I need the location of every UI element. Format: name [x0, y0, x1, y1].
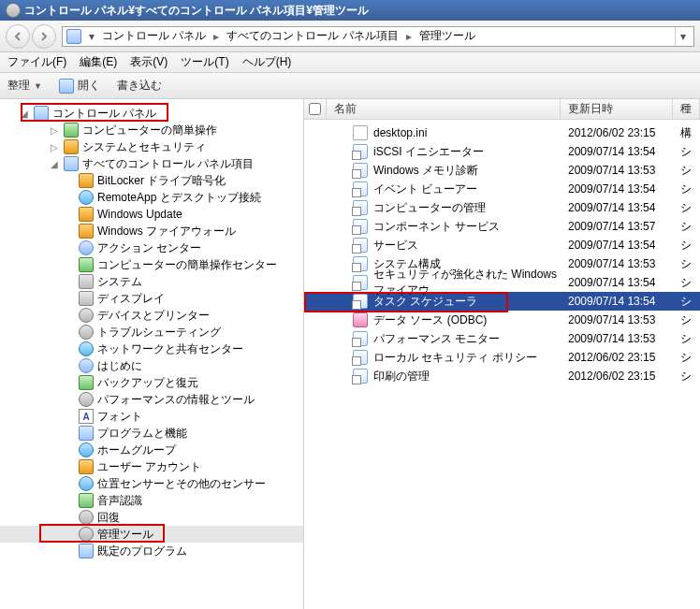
tree-item[interactable]: Aフォント — [0, 408, 303, 425]
breadcrumb-2[interactable]: すべてのコントロール パネル項目 — [226, 28, 398, 44]
row-date-cell: 2009/07/14 13:54 — [561, 239, 673, 252]
row-date-cell: 2012/06/02 23:15 — [561, 351, 673, 364]
expander-icon[interactable]: ▷ — [49, 125, 60, 136]
breadcrumb-1[interactable]: コントロール パネル — [102, 28, 206, 44]
row-name-cell: パフォーマンス モニター — [327, 331, 561, 347]
menu-edit[interactable]: 編集(E) — [80, 54, 117, 70]
tree-item[interactable]: アクション センター — [0, 239, 303, 256]
tree-item-label: ユーザー アカウント — [97, 459, 201, 475]
file-row[interactable]: コンピューターの管理2009/07/14 13:54シ — [304, 198, 700, 217]
tree-item[interactable]: 既定のプログラム — [0, 543, 303, 559]
file-name: 印刷の管理 — [373, 369, 430, 384]
row-date-cell: 2009/07/14 13:53 — [561, 313, 673, 326]
tree-item[interactable]: コンピューターの簡単操作センター — [0, 256, 303, 273]
file-row[interactable]: コンポーネント サービス2009/07/14 13:57シ — [304, 217, 700, 236]
tree-item[interactable]: はじめに — [0, 357, 303, 374]
file-row[interactable]: データ ソース (ODBC)2009/07/14 13:53シ — [304, 311, 700, 329]
tree-item[interactable]: ▷コンピューターの簡単操作 — [0, 122, 303, 138]
file-row[interactable]: Windows メモリ診断2009/07/14 13:53シ — [304, 161, 700, 180]
tree-item-label: 既定のプログラム — [97, 544, 187, 559]
file-name: Windows メモリ診断 — [373, 163, 478, 179]
tree-item-icon — [79, 510, 94, 525]
column-type[interactable]: 種 — [673, 99, 700, 119]
forward-button[interactable] — [32, 24, 56, 49]
burn-button[interactable]: 書き込む — [117, 78, 162, 94]
tree-item-icon — [79, 375, 94, 390]
tree-item-icon — [64, 123, 79, 138]
tree-item[interactable]: ユーザー アカウント — [0, 458, 303, 475]
tree-root[interactable]: ◢ コントロール パネル — [0, 105, 303, 122]
file-name: コンポーネント サービス — [373, 219, 500, 235]
tree-item[interactable]: 音声認識 — [0, 492, 303, 509]
file-row[interactable]: パフォーマンス モニター2009/07/14 13:53シ — [304, 329, 700, 348]
file-icon — [353, 256, 368, 271]
file-icon — [353, 350, 368, 365]
tree-item[interactable]: BitLocker ドライブ暗号化 — [0, 172, 303, 189]
tree-item[interactable]: 管理ツール — [0, 526, 303, 543]
tree-item[interactable]: パフォーマンスの情報とツール — [0, 391, 303, 408]
open-button[interactable]: 開く — [59, 78, 100, 94]
tree-item[interactable]: バックアップと復元 — [0, 374, 303, 391]
file-icon — [353, 219, 368, 234]
row-name-cell: iSCSI イニシエーター — [327, 144, 561, 160]
expander-icon[interactable]: ▷ — [49, 142, 60, 152]
column-name[interactable]: 名前 — [327, 99, 561, 119]
file-row[interactable]: desktop.ini2012/06/02 23:15構 — [304, 123, 700, 142]
file-row[interactable]: セキュリティが強化された Windows ファイアウ...2009/07/14 … — [304, 273, 700, 292]
tree-item[interactable]: Windows Update — [0, 206, 303, 223]
file-row[interactable]: ローカル セキュリティ ポリシー2012/06/02 23:15シ — [304, 348, 700, 367]
tree-item[interactable]: ネットワークと共有センター — [0, 341, 303, 357]
tree-item[interactable]: トラブルシューティング — [0, 324, 303, 341]
breadcrumb-3[interactable]: 管理ツール — [419, 28, 475, 44]
tree-item[interactable]: ▷システムとセキュリティ — [0, 138, 303, 155]
file-name: コンピューターの管理 — [373, 200, 486, 216]
tree-item[interactable]: ディスプレイ — [0, 290, 303, 307]
open-icon — [59, 79, 74, 94]
tree-item-icon — [79, 173, 94, 188]
tree-item[interactable]: プログラムと機能 — [0, 425, 303, 442]
window-title: コントロール パネル¥すべてのコントロール パネル項目¥管理ツール — [24, 3, 369, 19]
file-row[interactable]: タスク スケジューラ2009/07/14 13:54シ — [304, 292, 700, 311]
tree-item[interactable]: RemoteApp とデスクトップ接続 — [0, 189, 303, 206]
row-type-cell: シ — [673, 144, 700, 160]
tree-item[interactable]: デバイスとプリンター — [0, 307, 303, 324]
menu-tools[interactable]: ツール(T) — [181, 54, 228, 70]
file-row[interactable]: イベント ビューアー2009/07/14 13:54シ — [304, 180, 700, 198]
expander-icon[interactable]: ◢ — [49, 159, 60, 169]
menu-view[interactable]: 表示(V) — [130, 54, 168, 70]
breadcrumb-sep: ▸ — [213, 30, 219, 43]
row-type-cell: シ — [673, 331, 700, 347]
column-headers: 名前 更新日時 種 — [304, 99, 700, 120]
row-name-cell: 印刷の管理 — [327, 369, 561, 384]
expander-icon[interactable]: ◢ — [19, 109, 30, 119]
app-icon — [6, 3, 21, 18]
row-name-cell: サービス — [327, 238, 561, 254]
row-type-cell: シ — [673, 369, 700, 384]
menu-file[interactable]: ファイル(F) — [7, 54, 66, 70]
navigation-tree[interactable]: ◢ コントロール パネル ▷コンピューターの簡単操作▷システムとセキュリティ◢す… — [0, 99, 304, 609]
select-all-checkbox[interactable] — [309, 103, 321, 115]
file-row[interactable]: サービス2009/07/14 13:54シ — [304, 236, 700, 254]
tree-item-icon — [79, 224, 94, 239]
tree-item-label: 回復 — [97, 510, 120, 526]
file-row[interactable]: iSCSI イニシエーター2009/07/14 13:54シ — [304, 142, 700, 161]
tree-item[interactable]: Windows ファイアウォール — [0, 223, 303, 239]
row-date-cell: 2009/07/14 13:57 — [561, 220, 673, 233]
file-name: サービス — [373, 238, 418, 254]
window-titlebar: コントロール パネル¥すべてのコントロール パネル項目¥管理ツール — [0, 0, 700, 21]
tree-item-label: はじめに — [97, 358, 142, 374]
tree-item[interactable]: 位置センサーとその他のセンサー — [0, 475, 303, 492]
tree-item[interactable]: ホームグループ — [0, 442, 303, 458]
file-row[interactable]: 印刷の管理2012/06/02 23:15シ — [304, 367, 700, 385]
tree-item[interactable]: システム — [0, 273, 303, 290]
back-button[interactable] — [6, 24, 30, 49]
column-date[interactable]: 更新日時 — [561, 99, 673, 119]
tree-item[interactable]: ◢すべてのコントロール パネル項目 — [0, 155, 303, 172]
organize-button[interactable]: 整理 ▼ — [7, 78, 42, 94]
address-dropdown-icon[interactable]: ▾ — [675, 27, 690, 46]
address-dd-icon[interactable]: ▾ — [89, 30, 95, 43]
checkbox-column[interactable] — [304, 99, 327, 119]
menu-help[interactable]: ヘルプ(H) — [242, 54, 292, 70]
address-bar[interactable]: ▾ コントロール パネル ▸ すべてのコントロール パネル項目 ▸ 管理ツール … — [62, 26, 694, 47]
tree-item[interactable]: 回復 — [0, 509, 303, 526]
